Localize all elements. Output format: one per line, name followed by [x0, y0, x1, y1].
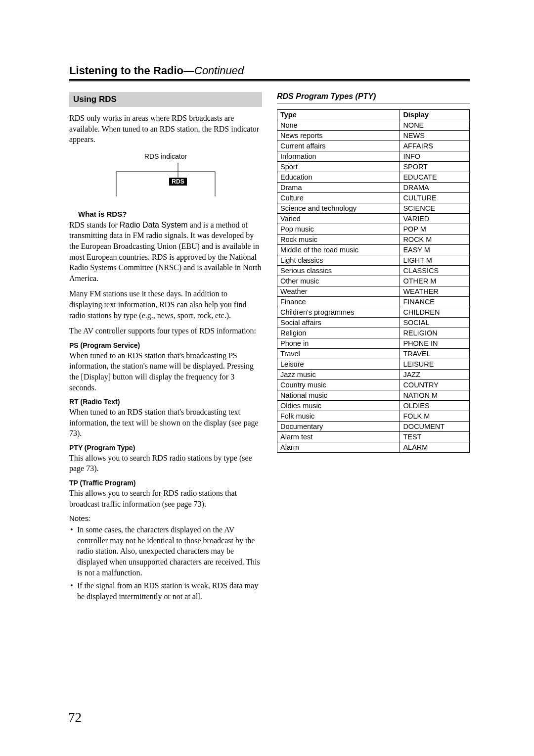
table-row: Middle of the road musicEASY M: [277, 245, 470, 255]
cell-display: AFFAIRS: [400, 141, 470, 151]
cell-display: FINANCE: [400, 297, 470, 307]
cell-type: Social affairs: [277, 318, 400, 328]
svg-text:RDS: RDS: [172, 178, 184, 185]
cell-display: POP M: [400, 224, 470, 235]
cell-type: Folk music: [277, 411, 400, 422]
table-row: Country musicCOUNTRY: [277, 380, 470, 390]
cell-display: ALARM: [400, 442, 470, 453]
cell-display: RELIGION: [400, 328, 470, 338]
cell-type: None: [277, 120, 400, 131]
rds-indicator-diagram: RDS indicator RDS: [69, 152, 262, 197]
cell-type: Middle of the road music: [277, 245, 400, 255]
table-row: Folk musicFOLK M: [277, 411, 470, 422]
table-row: Children's programmesCHILDREN: [277, 307, 470, 318]
cell-display: EASY M: [400, 245, 470, 255]
table-row: Social affairsSOCIAL: [277, 318, 470, 328]
what-is-rds-p1: RDS stands for Radio Data System and is …: [69, 220, 262, 284]
cell-display: NONE: [400, 120, 470, 131]
cell-display: DOCUMENT: [400, 422, 470, 432]
cell-type: Country music: [277, 380, 400, 390]
notes-label: Notes:: [69, 514, 262, 522]
pty-table-header: RDS Program Types (PTY): [277, 92, 470, 101]
notes-list: In some cases, the characters displayed …: [69, 524, 262, 602]
cell-type: Science and technology: [277, 203, 400, 214]
cell-display: LIGHT M: [400, 255, 470, 266]
intro-text: RDS only works in areas where RDS broadc…: [69, 113, 262, 145]
page-number: 72: [68, 710, 82, 725]
tp-heading: TP (Traffic Program): [69, 479, 262, 487]
cell-display: CLASSICS: [400, 266, 470, 276]
ps-text: When tuned to an RDS station that's broa…: [69, 350, 262, 393]
table-row: Current affairsAFFAIRS: [277, 141, 470, 151]
table-row: Serious classicsCLASSICS: [277, 266, 470, 276]
cell-display: DRAMA: [400, 183, 470, 193]
cell-display: OTHER M: [400, 276, 470, 286]
table-row: WeatherWEATHER: [277, 286, 470, 297]
cell-type: Alarm: [277, 442, 400, 453]
cell-display: TEST: [400, 432, 470, 442]
table-row: News reportsNEWS: [277, 131, 470, 141]
pty-header-rule: [277, 103, 470, 103]
note-item-1: In some cases, the characters displayed …: [77, 524, 262, 578]
right-column: RDS Program Types (PTY) Type Display Non…: [277, 92, 470, 604]
note-item-2: If the signal from an RDS station is wea…: [77, 580, 262, 602]
table-row: EducationEDUCATE: [277, 172, 470, 183]
rds-indicator-label: RDS indicator: [69, 152, 262, 160]
table-row: Light classicsLIGHT M: [277, 255, 470, 266]
cell-display: PHONE IN: [400, 338, 470, 349]
cell-type: Documentary: [277, 422, 400, 432]
pty-heading: PTY (Program Type): [69, 444, 262, 452]
col-type: Type: [277, 110, 400, 120]
cell-display: JAZZ: [400, 370, 470, 380]
table-row: Science and technologySCIENCE: [277, 203, 470, 214]
cell-type: Children's programmes: [277, 307, 400, 318]
rt-text: When tuned to an RDS station that's broa…: [69, 407, 262, 439]
cell-type: Alarm test: [277, 432, 400, 442]
cell-type: Information: [277, 151, 400, 162]
table-row: Phone inPHONE IN: [277, 338, 470, 349]
table-row: National musicNATION M: [277, 390, 470, 401]
table-row: VariedVARIED: [277, 214, 470, 224]
cell-type: Drama: [277, 183, 400, 193]
table-header-row: Type Display: [277, 110, 470, 120]
cell-type: Weather: [277, 286, 400, 297]
rt-heading: RT (Radio Text): [69, 398, 262, 406]
cell-type: Travel: [277, 349, 400, 359]
cell-display: SCIENCE: [400, 203, 470, 214]
what-is-rds-heading: What is RDS?: [78, 210, 262, 218]
cell-display: ROCK M: [400, 235, 470, 245]
page-title-sep: —: [183, 64, 194, 77]
cell-type: Serious classics: [277, 266, 400, 276]
cell-type: Jazz music: [277, 370, 400, 380]
cell-display: COUNTRY: [400, 380, 470, 390]
cell-display: EDUCATE: [400, 172, 470, 183]
cell-display: TRAVEL: [400, 349, 470, 359]
cell-display: INFO: [400, 151, 470, 162]
cell-type: Rock music: [277, 235, 400, 245]
table-row: Jazz musicJAZZ: [277, 370, 470, 380]
content-columns: Using RDS RDS only works in areas where …: [69, 92, 470, 604]
cell-type: Current affairs: [277, 141, 400, 151]
table-row: LeisureLEISURE: [277, 359, 470, 370]
cell-type: Oldies music: [277, 401, 400, 411]
title-rule: [69, 79, 470, 82]
pty-table-head: Type Display: [277, 110, 470, 120]
cell-type: Phone in: [277, 338, 400, 349]
page-title: Listening to the Radio—Continued: [69, 64, 470, 77]
table-row: DramaDRAMA: [277, 183, 470, 193]
cell-type: Other music: [277, 276, 400, 286]
cell-type: Education: [277, 172, 400, 183]
cell-type: Sport: [277, 162, 400, 172]
col-display: Display: [400, 110, 470, 120]
what-is-rds-p2: Many FM stations use it these days. In a…: [69, 288, 262, 321]
table-row: AlarmALARM: [277, 442, 470, 453]
table-row: Oldies musicOLDIES: [277, 401, 470, 411]
cell-display: VARIED: [400, 214, 470, 224]
table-row: DocumentaryDOCUMENT: [277, 422, 470, 432]
table-row: FinanceFINANCE: [277, 297, 470, 307]
page-title-continued: Continued: [194, 64, 244, 77]
page-title-bold: Listening to the Radio: [69, 64, 183, 77]
table-row: NoneNONE: [277, 120, 470, 131]
ps-heading: PS (Program Service): [69, 341, 262, 349]
table-row: ReligionRELIGION: [277, 328, 470, 338]
